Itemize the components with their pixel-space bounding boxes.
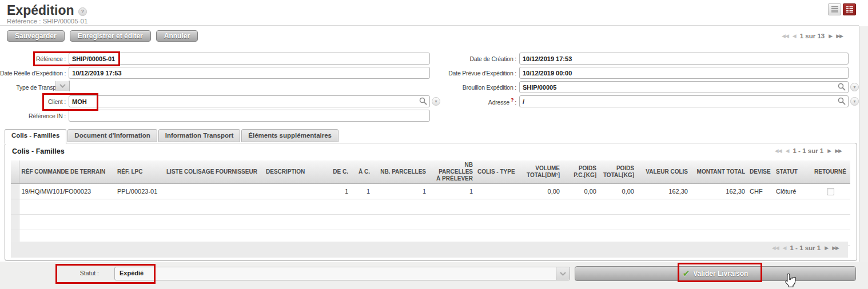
- col-ref-commande[interactable]: RÉF COMMANDE DE TERRAIN: [19, 160, 115, 184]
- row-handle-header: [11, 160, 19, 184]
- table-row[interactable]: 19/HQ/MW101/FO00023 PPL/00023-01 1 1 1 1…: [11, 184, 850, 199]
- previous-page-icon[interactable]: ◀: [786, 148, 789, 154]
- col-liste-colisage[interactable]: LISTE COLISAGE FOURNISSEUR: [164, 160, 264, 184]
- brouillon-dropdown-button[interactable]: ▾: [850, 83, 859, 91]
- col-devise[interactable]: DEVISE: [747, 160, 774, 184]
- cell-description[interactable]: [264, 184, 321, 199]
- cell-montant-total[interactable]: 162,30: [690, 184, 747, 199]
- col-statut[interactable]: STATUT: [774, 160, 810, 184]
- list-pager-bottom: ◀◀ ◀ 1 - 1 sur 1 ▶ ▶▶: [772, 244, 839, 251]
- last-page-icon[interactable]: ▶▶: [835, 148, 842, 154]
- col-montant-total[interactable]: MONTANT TOTAL: [690, 160, 747, 184]
- field-help-icon[interactable]: ?: [511, 97, 513, 103]
- cell-ref-commande[interactable]: 19/HQ/MW101/FO00023: [19, 184, 115, 199]
- view-switcher: [828, 3, 856, 15]
- save-button[interactable]: Sauvegarder: [7, 30, 65, 42]
- table-header-row: RÉF COMMANDE DE TERRAIN RÉF. LPC LISTE C…: [11, 160, 850, 184]
- help-icon[interactable]: ?: [78, 7, 87, 16]
- row-handle[interactable]: [11, 184, 19, 199]
- previous-page-icon[interactable]: ◀: [783, 245, 786, 251]
- next-record-icon[interactable]: ▶: [829, 33, 832, 39]
- type-transport-select[interactable]: [69, 81, 70, 91]
- reference-label: Référence :: [0, 55, 69, 62]
- reference-input[interactable]: [69, 53, 430, 65]
- status-bar: Statut : Expédié ✔ Valider Livraison: [0, 262, 868, 289]
- adresse-dropdown-button[interactable]: ▾: [850, 97, 859, 106]
- statut-label: Statut :: [0, 270, 99, 276]
- reference-in-input[interactable]: [69, 110, 430, 122]
- adresse-input[interactable]: [519, 95, 849, 107]
- chevron-down-icon: [55, 81, 69, 91]
- search-icon[interactable]: [838, 83, 846, 93]
- date-prevue-label: Date Prévue d'Expédition :: [433, 70, 519, 77]
- header-divider: [0, 25, 859, 26]
- colis-familles-panel: Colis - Familles ◀◀ ◀ 1 - 1 sur 1 ▶ ▶▶: [5, 143, 857, 261]
- previous-record-icon[interactable]: ◀: [793, 33, 796, 39]
- last-page-icon[interactable]: ▶▶: [832, 245, 839, 251]
- first-record-icon[interactable]: ◀◀: [782, 33, 789, 39]
- col-poids-total[interactable]: POIDS TOTAL[KG]: [599, 160, 636, 184]
- list-pager-label: 1 - 1 sur 1: [790, 244, 821, 251]
- cell-statut[interactable]: Clôturé: [774, 184, 810, 199]
- cell-a-c[interactable]: 1: [351, 184, 372, 199]
- last-record-icon[interactable]: ▶▶: [836, 33, 843, 39]
- cell-nb-parcelles-a-prelever[interactable]: 1: [428, 184, 475, 199]
- cell-ref-lpc[interactable]: PPL/00023-01: [115, 184, 164, 199]
- list-view-button[interactable]: [828, 3, 841, 15]
- colis-table: RÉF COMMANDE DE TERRAIN RÉF. LPC LISTE C…: [11, 160, 848, 246]
- brouillon-input[interactable]: [519, 81, 849, 93]
- statut-select[interactable]: Expédié: [114, 267, 570, 280]
- date-creation-label: Date de Création :: [433, 55, 519, 62]
- brouillon-label: Brouillon Expédition :: [433, 84, 519, 91]
- tab-colis-familles[interactable]: Colis - Familles: [5, 129, 66, 144]
- col-ref-lpc[interactable]: RÉF. LPC: [115, 160, 164, 184]
- reference-in-label: Référence IN :: [0, 113, 69, 119]
- date-prevue-input[interactable]: [519, 67, 849, 79]
- cell-nb-parcelles[interactable]: 1: [372, 184, 428, 199]
- valider-livraison-label: Valider Livraison: [693, 270, 748, 278]
- tab-elements-supplementaires[interactable]: Éléments supplémentaires: [241, 129, 339, 142]
- next-page-icon[interactable]: ▶: [825, 245, 828, 251]
- cell-poids-total[interactable]: 0,00: [599, 184, 636, 199]
- record-pager-label: 1 sur 13: [800, 33, 825, 39]
- date-reelle-label: Date Réelle d'Expédition :: [0, 70, 69, 77]
- form-view-button[interactable]: [843, 3, 856, 15]
- col-volume-total[interactable]: VOLUME TOTAL[DM³]: [521, 160, 562, 184]
- cell-liste-colisage[interactable]: [164, 184, 264, 199]
- search-icon[interactable]: [419, 97, 427, 107]
- col-valeur-colis[interactable]: VALEUR COLIS: [636, 160, 690, 184]
- vertical-scrollbar[interactable]: [859, 26, 868, 289]
- search-icon[interactable]: [838, 97, 846, 107]
- valider-livraison-button[interactable]: ✔ Valider Livraison: [575, 266, 856, 281]
- cancel-button[interactable]: Annuler: [156, 30, 198, 42]
- tab-document-information[interactable]: Document d'Information: [67, 129, 157, 142]
- next-page-icon[interactable]: ▶: [827, 148, 831, 154]
- list-view-icon: [831, 5, 838, 15]
- cell-volume-total[interactable]: 0,00: [521, 184, 562, 199]
- cell-poids-pc[interactable]: 0,00: [562, 184, 599, 199]
- cell-colis-type[interactable]: [475, 184, 521, 199]
- record-pager: ◀◀ ◀ 1 sur 13 ▶ ▶▶: [782, 33, 843, 39]
- col-retourne[interactable]: RETOURNÉ: [810, 160, 850, 184]
- col-poids-pc[interactable]: POIDS P.C.[KG]: [562, 160, 599, 184]
- save-and-edit-button[interactable]: Enregistrer et éditer: [70, 30, 151, 42]
- col-nb-parcelles[interactable]: NB. PARCELLES: [372, 160, 428, 184]
- empty-row: [11, 215, 850, 230]
- statut-value: Expédié: [120, 270, 144, 276]
- retourne-checkbox[interactable]: [827, 188, 834, 195]
- cell-valeur-colis[interactable]: 162,30: [636, 184, 690, 199]
- first-page-icon[interactable]: ◀◀: [772, 245, 779, 251]
- col-de-c[interactable]: DE C.: [321, 160, 351, 184]
- date-creation-input[interactable]: [519, 53, 849, 65]
- first-page-icon[interactable]: ◀◀: [775, 148, 782, 154]
- date-reelle-input[interactable]: [69, 67, 430, 79]
- cell-devise[interactable]: CHF: [747, 184, 774, 199]
- cell-de-c[interactable]: 1: [321, 184, 351, 199]
- client-input[interactable]: [69, 95, 430, 107]
- tab-information-transport[interactable]: Information Transport: [158, 129, 240, 142]
- col-a-c[interactable]: À C.: [351, 160, 372, 184]
- col-description[interactable]: DESCRIPTION: [264, 160, 321, 184]
- adresse-label: Adresse?:: [433, 97, 519, 106]
- col-colis-type[interactable]: COLIS - TYPE: [475, 160, 521, 184]
- col-nb-parcelles-a-prelever[interactable]: NB PARCELLES À PRÉLEVER: [428, 160, 475, 184]
